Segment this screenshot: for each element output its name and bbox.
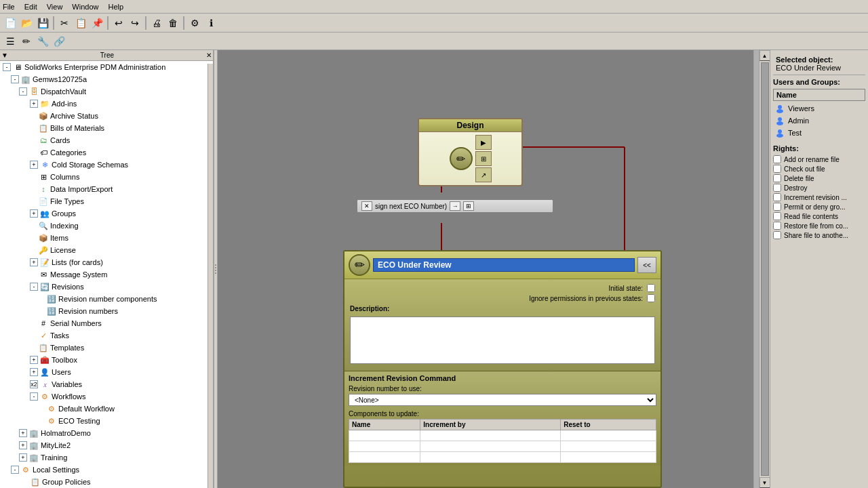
users-expander[interactable]: +: [30, 368, 38, 376]
tree-item-local-settings[interactable]: - ⚙ Local Settings: [0, 464, 213, 476]
menu-file[interactable]: File: [3, 3, 15, 11]
training-expander[interactable]: +: [19, 453, 27, 462]
tree-item-addins[interactable]: + 📁 Add-ins: [0, 98, 213, 110]
tree-item-eco-testing[interactable]: ⚙ ECO Testing: [0, 415, 213, 427]
right-permit-checkbox[interactable]: [773, 203, 781, 211]
tree-item-bom[interactable]: 📋 Bills of Materials: [0, 122, 213, 134]
tree-item-hol[interactable]: + 🏢 HolmatroDemo: [0, 427, 213, 439]
tree-item-workflows[interactable]: - ⚙ Workflows: [0, 390, 213, 403]
tree-item-lists[interactable]: + 📝 Lists (for cards): [0, 256, 213, 268]
tree-item-variables[interactable]: x2 𝑥 Variables: [0, 378, 213, 390]
transition-box[interactable]: ✕ sign next ECO Number) → ⊞: [357, 199, 553, 213]
state-action-icon-1[interactable]: ▶: [475, 135, 492, 150]
tree-item-mity[interactable]: + 🏢 MityLite2: [0, 439, 213, 451]
state-action-icon-2[interactable]: ⊞: [475, 151, 492, 166]
print-button[interactable]: 🖨: [149, 16, 164, 30]
canvas-scroll-down[interactable]: ▼: [760, 477, 770, 488]
open-button[interactable]: 📂: [19, 16, 34, 30]
tree-item-gemws[interactable]: - 🏢 Gemws120725a: [0, 73, 213, 85]
tree-item-filetypes[interactable]: 📄 File Types: [0, 195, 213, 207]
undo-button[interactable]: ↩: [111, 16, 126, 30]
canvas-scroll-up[interactable]: ▲: [760, 50, 770, 61]
tree-container[interactable]: - 🖥 SolidWorks Enterprise PDM Administra…: [0, 61, 213, 488]
tool-btn-3[interactable]: 🔧: [35, 34, 50, 49]
right-increment-checkbox[interactable]: [773, 193, 781, 201]
menu-help[interactable]: Help: [108, 3, 123, 11]
tree-item-items[interactable]: 📦 Items: [0, 232, 213, 244]
variables-expander[interactable]: x2: [30, 380, 38, 388]
right-delete-checkbox[interactable]: [773, 174, 781, 182]
revisions-expander[interactable]: -: [30, 283, 38, 291]
copy-button[interactable]: 📋: [73, 16, 88, 30]
tree-item-columns[interactable]: ⊞ Columns: [0, 171, 213, 183]
paste-button[interactable]: 📌: [90, 16, 104, 30]
addins-expander[interactable]: +: [30, 100, 38, 108]
right-restore-checkbox[interactable]: [773, 222, 781, 230]
trans-ok-icon[interactable]: →: [450, 201, 460, 211]
save-button[interactable]: 💾: [35, 16, 50, 30]
tree-item-groups[interactable]: + 👥 Groups: [0, 207, 213, 220]
menu-edit[interactable]: Edit: [24, 3, 37, 11]
local-expander[interactable]: -: [11, 466, 19, 474]
new-button[interactable]: 📄: [3, 16, 18, 30]
user-viewers[interactable]: Viewers: [773, 102, 865, 115]
state-dialog-back-btn[interactable]: <<: [637, 257, 656, 273]
tree-item-toolbox[interactable]: + 🧰 Toolbox: [0, 354, 213, 366]
initial-state-checkbox[interactable]: [647, 284, 655, 292]
menu-view[interactable]: View: [47, 3, 63, 11]
cold-expander[interactable]: +: [30, 161, 38, 169]
tree-item-cards[interactable]: 🗂 Cards: [0, 134, 213, 146]
tree-item-categories[interactable]: 🏷 Categories: [0, 146, 213, 159]
tree-item-cold[interactable]: + ❄ Cold Storage Schemas: [0, 159, 213, 171]
mity-expander[interactable]: +: [19, 441, 27, 449]
tool-btn-4[interactable]: 🔗: [52, 34, 66, 49]
tree-root[interactable]: - 🖥 SolidWorks Enterprise PDM Administra…: [0, 61, 213, 73]
tree-item-archive[interactable]: 📦 Archive Status: [0, 110, 213, 122]
tree-item-revcomp[interactable]: 🔢 Revision number components: [0, 293, 213, 305]
redo-button[interactable]: ↪: [127, 16, 142, 30]
state-action-icon-3[interactable]: ↗: [475, 167, 492, 182]
tree-item-training[interactable]: + 🏢 Training: [0, 451, 213, 464]
tree-item-license[interactable]: 🔑 License: [0, 244, 213, 256]
right-checkout-checkbox[interactable]: [773, 165, 781, 173]
tree-item-default-workflow[interactable]: ⚙ Default Workflow: [0, 403, 213, 415]
trans-deny-icon[interactable]: ✕: [361, 201, 372, 211]
ignore-permissions-checkbox[interactable]: [647, 294, 655, 302]
tree-item-dispatchvault[interactable]: - 🗄 DispatchVault: [0, 85, 213, 98]
user-test[interactable]: Test: [773, 127, 865, 139]
tree-item-tasks[interactable]: ✓ Tasks: [0, 329, 213, 342]
gemws-expander[interactable]: -: [11, 75, 19, 83]
tree-item-message[interactable]: ✉ Message System: [0, 268, 213, 281]
tree-item-dataimport[interactable]: ↕ Data Import/Export: [0, 183, 213, 195]
trans-settings-icon[interactable]: ⊞: [463, 201, 474, 211]
tree-item-revisions[interactable]: - 🔄 Revisions: [0, 281, 213, 293]
delete-button[interactable]: 🗑: [165, 16, 180, 30]
tree-item-templates[interactable]: 📋 Templates: [0, 342, 213, 354]
design-state-box[interactable]: Design ✏ ▶ ⊞ ↗: [418, 118, 523, 186]
tool-btn-2[interactable]: ✏: [19, 34, 34, 49]
state-name-input[interactable]: [373, 258, 635, 272]
toolbox-expander[interactable]: +: [30, 356, 38, 364]
info-button[interactable]: ℹ: [203, 16, 218, 30]
cut-button[interactable]: ✂: [57, 16, 72, 30]
workflows-expander[interactable]: -: [30, 392, 38, 401]
tree-item-serial[interactable]: # Serial Numbers: [0, 317, 213, 329]
right-read-checkbox[interactable]: [773, 212, 781, 220]
root-expander[interactable]: -: [3, 63, 11, 71]
settings-button[interactable]: ⚙: [187, 16, 202, 30]
groups-expander[interactable]: +: [30, 209, 38, 218]
collapse-arrow[interactable]: ▼: [1, 52, 8, 59]
hol-expander[interactable]: +: [19, 429, 27, 437]
dispatch-expander[interactable]: -: [19, 87, 27, 96]
tree-item-indexing[interactable]: 🔍 Indexing: [0, 220, 213, 232]
close-panel-btn[interactable]: ✕: [206, 52, 212, 59]
right-share-checkbox[interactable]: [773, 231, 781, 239]
user-admin[interactable]: Admin: [773, 115, 865, 127]
tree-item-group-policies[interactable]: 📋 Group Policies: [0, 476, 213, 488]
right-destroy-checkbox[interactable]: [773, 184, 781, 192]
tool-btn-1[interactable]: ☰: [3, 34, 18, 49]
right-add-rename-checkbox[interactable]: [773, 155, 781, 163]
tree-item-revnum[interactable]: 🔢 Revision numbers: [0, 305, 213, 317]
lists-expander[interactable]: +: [30, 258, 38, 266]
revision-number-select[interactable]: <None>: [349, 394, 656, 406]
